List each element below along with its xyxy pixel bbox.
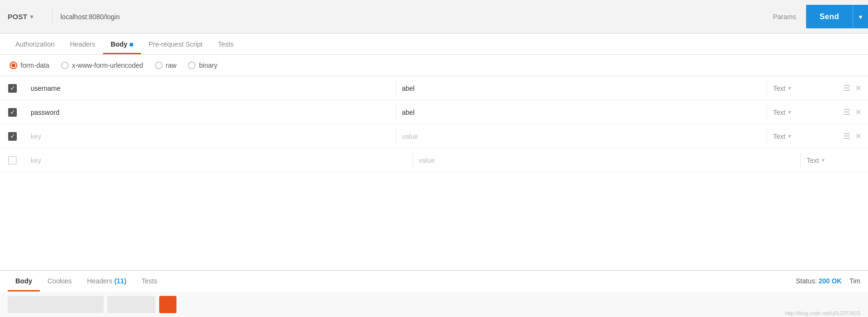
type-chevron-icon-2: ▾ [788,133,791,139]
type-text-0: Text [773,85,786,92]
value-input-2[interactable] [402,133,761,140]
tab-body[interactable]: Body [103,35,141,54]
col-type-1[interactable]: Text▾ [767,109,834,116]
type-text-3: Text [807,157,819,164]
tab-pre-request-script[interactable]: Pre-request Script [141,35,211,54]
radio-label-x-www-form-urlencoded: x-www-form-urlencoded [72,61,143,69]
checkbox-empty-3[interactable] [8,156,17,165]
key-input-3[interactable] [31,157,407,164]
value-input-3[interactable] [419,157,795,164]
col-type-3[interactable]: Text▾ [801,157,868,164]
params-button[interactable]: Params [763,9,806,24]
col-key-1 [25,105,396,120]
checkbox-0[interactable]: ✓ [8,84,17,93]
send-dropdown-button[interactable]: ▾ [853,5,868,28]
key-input-1[interactable] [31,109,390,116]
col-check-2: ✓ [0,132,25,141]
col-check-3 [0,156,25,165]
radio-x-www-form-urlencoded[interactable]: x-www-form-urlencoded [61,61,143,69]
method-selector[interactable]: POST ▾ [0,9,53,24]
form-row-2: ✓Text▾☰✕ [0,124,868,148]
col-actions-0: ☰✕ [834,84,868,93]
url-bar: POST ▾ Params Send ▾ [0,0,868,34]
radio-binary[interactable]: binary [188,61,217,69]
close-icon-2[interactable]: ✕ [855,132,861,141]
menu-icon-0[interactable]: ☰ [844,84,850,93]
col-value-3 [413,153,801,168]
col-key-0 [25,81,396,96]
type-chevron-icon-0: ▾ [788,85,791,91]
send-btn-group: Send ▾ [806,5,868,28]
send-button[interactable]: Send [806,5,853,28]
col-check-0: ✓ [0,84,25,93]
url-input[interactable] [53,9,763,24]
form-row-1: ✓Text▾☰✕ [0,100,868,124]
tab-authorization[interactable]: Authorization [8,35,62,54]
radio-label-form-data: form-data [21,61,49,69]
col-value-0 [396,81,767,96]
type-chevron-icon-1: ▾ [788,109,791,115]
col-value-1 [396,105,767,120]
checkbox-1[interactable]: ✓ [8,108,17,117]
tab-headers[interactable]: Headers [62,35,103,54]
close-icon-1[interactable]: ✕ [855,108,861,117]
col-value-2 [396,129,767,144]
col-type-2[interactable]: Text▾ [767,133,834,140]
tab-dot-body [129,43,133,47]
tabs-bar: AuthorizationHeadersBodyPre-request Scri… [0,34,868,55]
body-options: form-datax-www-form-urlencodedrawbinary [0,55,868,76]
form-table: ✓Text▾☰✕✓Text▾☰✕✓Text▾☰✕Text▾ [0,76,868,172]
close-icon-0[interactable]: ✕ [855,84,861,93]
key-input-0[interactable] [31,85,390,92]
col-actions-1: ☰✕ [834,108,868,117]
radio-circle-raw [155,61,163,69]
col-key-3 [25,153,413,168]
key-input-2[interactable] [31,133,390,140]
check-mark-0: ✓ [10,85,15,91]
radio-form-data[interactable]: form-data [10,61,49,69]
radio-raw[interactable]: raw [155,61,177,69]
value-input-1[interactable] [402,109,761,116]
value-input-0[interactable] [402,85,761,92]
radio-circle-binary [188,61,196,69]
radio-label-binary: binary [199,61,217,69]
menu-icon-1[interactable]: ☰ [844,108,850,117]
check-mark-1: ✓ [10,109,15,115]
col-check-1: ✓ [0,108,25,117]
radio-label-raw: raw [166,61,177,69]
method-label: POST [8,12,27,21]
method-chevron-icon: ▾ [30,13,33,20]
radio-circle-form-data [10,61,17,69]
radio-circle-x-www-form-urlencoded [61,61,69,69]
col-type-0[interactable]: Text▾ [767,85,834,92]
type-text-1: Text [773,109,786,116]
type-text-2: Text [773,133,786,140]
form-row-3: Text▾ [0,148,868,172]
menu-icon-2[interactable]: ☰ [844,132,850,141]
type-chevron-icon-3: ▾ [822,157,825,163]
check-mark-2: ✓ [10,133,15,139]
tab-tests[interactable]: Tests [210,35,241,54]
col-actions-2: ☰✕ [834,132,868,141]
form-row-0: ✓Text▾☰✕ [0,76,868,100]
checkbox-2[interactable]: ✓ [8,132,17,141]
col-key-2 [25,129,396,144]
